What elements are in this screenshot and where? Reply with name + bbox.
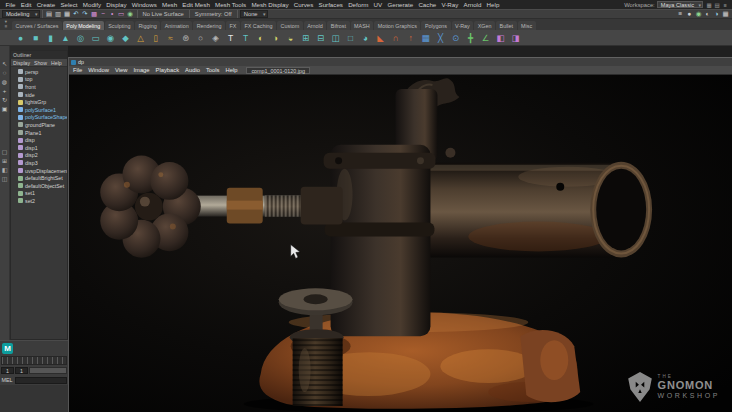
menu-modify[interactable]: Modify: [80, 1, 103, 8]
menu-curves[interactable]: Curves: [291, 1, 316, 8]
menu-mesh-display[interactable]: Mesh Display: [249, 1, 291, 8]
shelf-icon-bevel[interactable]: ◣: [373, 31, 388, 45]
shelf-icon-extrude[interactable]: ↑: [403, 31, 418, 45]
shelf-icon-boolean-intersect[interactable]: ◒: [283, 31, 298, 45]
statusline-icon-save-scene[interactable]: ▦: [63, 9, 72, 19]
statusline-icon-snap-curve[interactable]: ~: [99, 9, 108, 19]
shelf-tab-mash[interactable]: MASH: [351, 21, 374, 30]
shelf-corner-icon-shelf-gear[interactable]: ≡: [5, 25, 8, 30]
menubar-icon-workspace-panes[interactable]: ▤: [713, 2, 721, 8]
shelf-icon-torus[interactable]: ◎: [73, 31, 88, 45]
menu-arnold[interactable]: Arnold: [461, 1, 484, 8]
menu-edit[interactable]: Edit: [18, 1, 34, 8]
outliner-item-persp[interactable]: persp: [11, 68, 67, 76]
shelf-icon-separate[interactable]: ⊟: [313, 31, 328, 45]
menu-surfaces[interactable]: Surfaces: [316, 1, 346, 8]
shelf-icon-cone[interactable]: ▲: [58, 31, 73, 45]
layout-two-pane-layout[interactable]: ◧: [2, 166, 8, 175]
shelf-icon-platonic[interactable]: ◆: [118, 31, 133, 45]
shelf-icon-pyramid[interactable]: △: [133, 31, 148, 45]
statusline-icon-snap-point[interactable]: •: [108, 9, 117, 19]
start-frame-field[interactable]: 1: [1, 367, 14, 374]
outliner-item-plane1[interactable]: Plane1: [11, 129, 67, 137]
shelf-icon-boolean-union[interactable]: ◐: [253, 31, 268, 45]
statusline-icon-grid-toggle[interactable]: ▦: [721, 9, 730, 19]
shelf-icon-type-tool[interactable]: T: [238, 31, 253, 45]
shelf-icon-plane[interactable]: ▭: [88, 31, 103, 45]
tool-rotate-tool[interactable]: ↻: [2, 96, 7, 105]
outliner-item-defaultbrightset[interactable]: defaultBrightSet: [11, 174, 67, 182]
range-slider[interactable]: [29, 367, 67, 374]
outliner-item-front[interactable]: front: [11, 83, 67, 91]
menu-v-ray[interactable]: V-Ray: [439, 1, 461, 8]
viewer-menu-window[interactable]: Window: [85, 67, 112, 73]
menubar-icon-workspace-grid[interactable]: ▦: [705, 2, 713, 8]
viewer-menu-help[interactable]: Help: [222, 67, 240, 73]
shelf-icon-sphere[interactable]: ●: [13, 31, 28, 45]
statusline-icon-snap-plane[interactable]: ▭: [117, 9, 126, 19]
menu-deform[interactable]: Deform: [346, 1, 371, 8]
menu-windows[interactable]: Windows: [129, 1, 159, 8]
shelf-tab-sculpting[interactable]: Sculpting: [105, 21, 134, 30]
outliner-menu-help[interactable]: Help: [51, 59, 62, 66]
outliner-item-groundplane[interactable]: groundPlane: [11, 121, 67, 129]
shelf-tab-rendering[interactable]: Rendering: [193, 21, 225, 30]
statusline-icon-make-live[interactable]: ◉: [126, 9, 135, 19]
menu-display[interactable]: Display: [104, 1, 129, 8]
shelf-icon-combine[interactable]: ⊞: [298, 31, 313, 45]
menu-cache[interactable]: Cache: [416, 1, 439, 8]
shelf-icon-disc[interactable]: ◉: [103, 31, 118, 45]
shelf-tab-poly-modeling[interactable]: Poly Modeling: [63, 21, 104, 30]
shelf-icon-soccer-ball[interactable]: ○: [193, 31, 208, 45]
viewer-menu-tools[interactable]: Tools: [203, 67, 223, 73]
shelf-tab-rigging[interactable]: Rigging: [135, 21, 160, 30]
shelf-icon-mirror[interactable]: ◧: [493, 31, 508, 45]
menu-set-select[interactable]: Modeling: [2, 10, 40, 18]
shelf-icon-symmetrize[interactable]: ◨: [508, 31, 523, 45]
shelf-icon-pipe[interactable]: ▯: [148, 31, 163, 45]
command-line-input[interactable]: [15, 377, 67, 384]
statusline-icon-new-scene[interactable]: ▤: [45, 9, 54, 19]
outliner-item-disp1[interactable]: disp1: [11, 144, 67, 152]
outliner-item-lightsgrp[interactable]: lightsGrp: [11, 98, 67, 106]
outliner-item-side[interactable]: side: [11, 91, 67, 99]
menu-file[interactable]: File: [3, 1, 18, 8]
tool-move-tool[interactable]: +: [3, 87, 7, 96]
statusline-icon-hypershade[interactable]: ◑: [712, 9, 721, 19]
shelf-icon-extract[interactable]: ◫: [328, 31, 343, 45]
shelf-icon-bridge[interactable]: ∩: [388, 31, 403, 45]
statusline-icon-undo[interactable]: ↶: [72, 9, 81, 19]
viewer-menu-image[interactable]: Image: [130, 67, 152, 73]
shelf-tab-fx[interactable]: FX: [226, 21, 240, 30]
symmetry-label[interactable]: Symmetry: Off: [192, 11, 235, 17]
layout-four-pane-layout[interactable]: ⊞: [2, 157, 7, 166]
shelf-tab-bifrost[interactable]: Bifrost: [327, 21, 349, 30]
shelf-tab-custom[interactable]: Custom: [277, 21, 303, 30]
workspace-select[interactable]: Maya Classic: [657, 1, 703, 8]
selection-mask-select[interactable]: None: [240, 10, 268, 18]
statusline-icon-open-scene[interactable]: ▥: [54, 9, 63, 19]
outliner-item-set2[interactable]: set2: [11, 197, 67, 205]
menu-select[interactable]: Select: [58, 1, 80, 8]
shelf-icon-helix[interactable]: ≈: [163, 31, 178, 45]
shelf-icon-quad-draw[interactable]: ▦: [418, 31, 433, 45]
live-surface-label[interactable]: No Live Surface: [140, 11, 187, 17]
outliner-item-set1[interactable]: set1: [11, 190, 67, 198]
shelf-icon-gear[interactable]: ⊛: [178, 31, 193, 45]
viewer-menu-playback[interactable]: Playback: [153, 67, 183, 73]
shelf-icon-multi-cut[interactable]: ╳: [433, 31, 448, 45]
command-line-label[interactable]: MEL: [1, 377, 13, 383]
viewer-menu-audio[interactable]: Audio: [182, 67, 203, 73]
statusline-icon-redo[interactable]: ↷: [81, 9, 90, 19]
shelf-icon-text-tool[interactable]: T: [223, 31, 238, 45]
outliner-menu-show[interactable]: Show: [34, 59, 47, 66]
statusline-icon-ipr-render[interactable]: ◉: [694, 9, 703, 19]
shelf-icon-cylinder[interactable]: ▮: [43, 31, 58, 45]
outliner-item-disp[interactable]: disp: [11, 136, 67, 144]
viewer-titlebar[interactable]: dp: [69, 58, 732, 66]
menu-mesh-tools[interactable]: Mesh Tools: [212, 1, 248, 8]
time-slider[interactable]: [1, 356, 67, 365]
menu-help[interactable]: Help: [484, 1, 502, 8]
shelf-icon-cube[interactable]: ■: [28, 31, 43, 45]
shelf-tab-animation[interactable]: Animation: [161, 21, 192, 30]
